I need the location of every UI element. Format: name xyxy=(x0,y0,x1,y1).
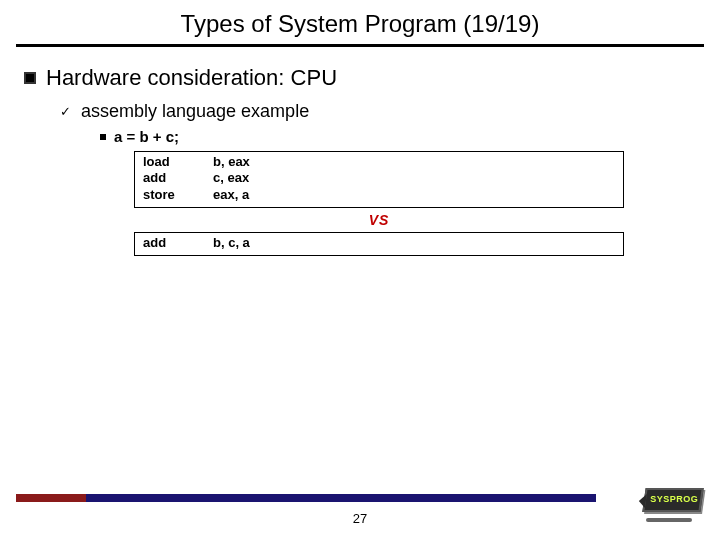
square-bullet-icon xyxy=(24,72,36,84)
mnemonic: add xyxy=(143,170,213,186)
logo-sign-icon: SYSPROG xyxy=(642,488,703,512)
title-block: Types of System Program (19/19) xyxy=(0,0,720,38)
page-number: 27 xyxy=(0,511,720,526)
mnemonic: load xyxy=(143,154,213,170)
code-line: load b, eax xyxy=(143,154,615,170)
mnemonic: add xyxy=(143,235,213,251)
code-box-1: load b, eax add c, eax store eax, a xyxy=(134,151,624,208)
h3-text: a = b + c; xyxy=(114,128,179,145)
h2-text: assembly language example xyxy=(81,101,309,122)
operands: b, eax xyxy=(213,154,250,170)
h1-text: Hardware consideration: CPU xyxy=(46,65,337,91)
mnemonic: store xyxy=(143,187,213,203)
code-line: add b, c, a xyxy=(143,235,615,251)
operands: b, c, a xyxy=(213,235,250,251)
operands: c, eax xyxy=(213,170,249,186)
code-line: store eax, a xyxy=(143,187,615,203)
check-icon: ✓ xyxy=(60,105,71,118)
bullet-level-1: Hardware consideration: CPU xyxy=(24,65,696,91)
bullet-level-3: a = b + c; xyxy=(100,128,696,145)
bullet-level-2: ✓ assembly language example xyxy=(60,101,696,122)
logo: SYSPROG xyxy=(632,482,702,522)
vs-label: VS xyxy=(134,212,624,228)
logo-text: SYSPROG xyxy=(650,494,696,504)
body: Hardware consideration: CPU ✓ assembly l… xyxy=(0,47,720,256)
code-box-2: add b, c, a xyxy=(134,232,624,256)
operands: eax, a xyxy=(213,187,249,203)
small-square-bullet-icon xyxy=(100,134,106,140)
slide-title: Types of System Program (19/19) xyxy=(181,10,540,38)
footer-bar xyxy=(16,494,596,502)
code-line: add c, eax xyxy=(143,170,615,186)
logo-base-icon xyxy=(646,518,692,522)
